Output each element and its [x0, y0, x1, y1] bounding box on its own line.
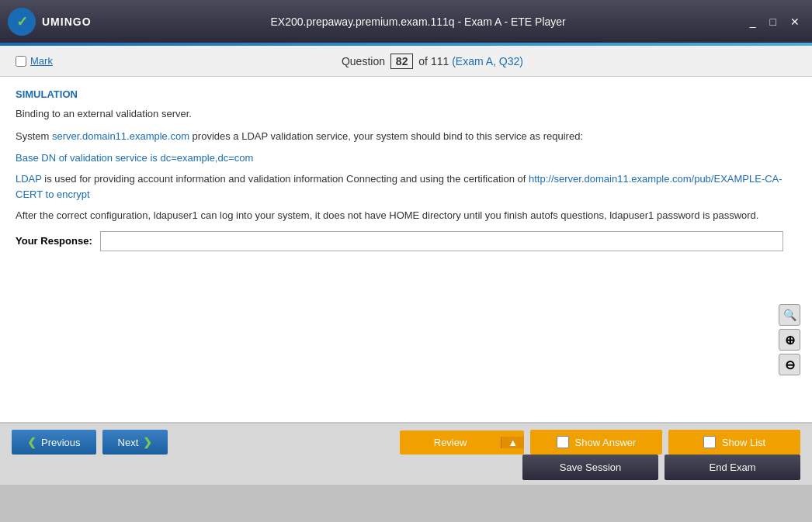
- ldap-label: LDAP: [16, 173, 42, 185]
- next-button[interactable]: Next ❯: [102, 430, 168, 455]
- title-bar: ✓ UMINGO EX200.prepaway.premium.exam.111…: [0, 0, 812, 43]
- search-zoom-button[interactable]: 🔍: [779, 304, 800, 326]
- review-dropdown-icon[interactable]: ▲: [501, 437, 524, 448]
- window-controls: _ □ ✕: [745, 14, 804, 29]
- mark-checkbox-input[interactable]: [16, 56, 26, 67]
- line4-end: to encrypt: [43, 188, 90, 200]
- chevron-right-icon: ❯: [143, 436, 152, 448]
- exam-info: (Exam A, Q32): [452, 55, 523, 67]
- zoom-out-button[interactable]: ⊖: [779, 354, 800, 375]
- logo-icon: ✓: [8, 8, 36, 36]
- show-answer-label: Show Answer: [575, 437, 637, 448]
- previous-button[interactable]: ❮ Previous: [12, 430, 96, 455]
- toolbar-row-2: Save Session End Exam: [12, 455, 800, 480]
- paragraph-1: System server.domain11.example.com provi…: [16, 129, 796, 144]
- previous-label: Previous: [41, 437, 81, 448]
- content-area: SIMULATION Binding to an external valida…: [0, 77, 812, 423]
- zoom-controls: 🔍 ⊕ ⊖: [779, 304, 800, 375]
- chevron-left-icon: ❮: [27, 436, 36, 448]
- show-list-label: Show List: [722, 437, 765, 448]
- question-total: of 111: [418, 55, 449, 67]
- review-label: Review: [400, 437, 501, 448]
- line2-middle: provides a LDAP validation service, your…: [189, 130, 583, 142]
- binding-text: Binding to an external validation server…: [16, 108, 796, 119]
- line4-start: is used for providing account informatio…: [42, 173, 529, 185]
- end-exam-label: End Exam: [710, 462, 756, 473]
- bottom-toolbar: ❮ Previous Next ❯ Review ▲ Show Answer S…: [0, 423, 812, 485]
- question-info: Question 82 of 111 (Exam A, Q32): [68, 54, 796, 69]
- window-title: EX200.prepaway.premium.exam.111q - Exam …: [92, 16, 745, 28]
- response-input[interactable]: [100, 231, 783, 251]
- logo-text: UMINGO: [42, 16, 92, 28]
- mark-checkbox[interactable]: Mark: [16, 55, 53, 67]
- logo-area: ✓ UMINGO: [8, 8, 92, 36]
- paragraph-2: Base DN of validation service is dc=exam…: [16, 150, 796, 166]
- minimize-button[interactable]: _: [745, 14, 761, 29]
- header-row: Mark Question 82 of 111 (Exam A, Q32): [0, 46, 812, 77]
- question-label: Question: [342, 55, 385, 67]
- maximize-button[interactable]: □: [765, 14, 781, 29]
- server-link-1: server.domain11.example.com: [52, 130, 189, 142]
- response-row: Your Response:: [16, 231, 796, 251]
- close-button[interactable]: ✕: [786, 14, 804, 29]
- zoom-in-button[interactable]: ⊕: [779, 329, 800, 351]
- paragraph-3: LDAP is used for providing account infor…: [16, 171, 796, 202]
- end-exam-button[interactable]: End Exam: [665, 455, 800, 480]
- show-answer-button[interactable]: Show Answer: [530, 430, 662, 455]
- simulation-label: SIMULATION: [16, 88, 796, 100]
- show-list-button[interactable]: Show List: [668, 430, 800, 455]
- paragraph-4: After the correct configuration, ldapuse…: [16, 208, 796, 223]
- response-label: Your Response:: [16, 235, 92, 247]
- question-number: 82: [390, 54, 414, 69]
- show-answer-checkbox-icon: [557, 436, 569, 448]
- toolbar-row-1: ❮ Previous Next ❯ Review ▲ Show Answer S…: [12, 430, 800, 455]
- mark-label[interactable]: Mark: [30, 55, 53, 67]
- line2-start: System: [16, 130, 52, 142]
- show-list-checkbox-icon: [703, 436, 716, 448]
- save-session-button[interactable]: Save Session: [522, 455, 658, 480]
- next-label: Next: [118, 437, 139, 448]
- save-session-label: Save Session: [560, 462, 622, 473]
- review-button[interactable]: Review ▲: [400, 430, 524, 455]
